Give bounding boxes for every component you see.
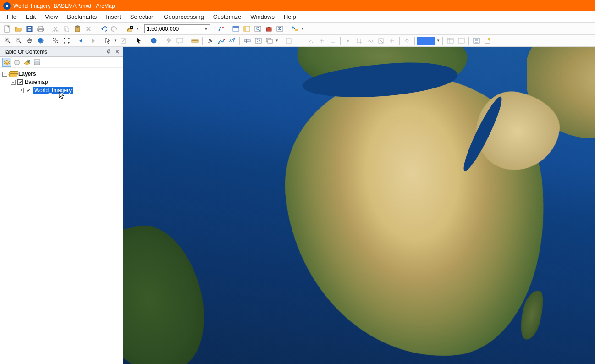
collapse-toggle-icon[interactable]: −	[2, 72, 7, 77]
model-builder-dropdown[interactable]: ▼	[301, 27, 304, 31]
add-data-dropdown[interactable]: ▼	[136, 27, 139, 31]
find-route-icon[interactable]	[216, 36, 226, 46]
viewer-dropdown[interactable]: ▼	[275, 39, 279, 43]
create-features-icon[interactable]	[471, 36, 481, 46]
select-elements-icon[interactable]	[133, 36, 143, 46]
hyperlink-icon[interactable]	[164, 36, 174, 46]
add-data-icon[interactable]	[125, 24, 135, 34]
go-to-xy-icon[interactable]: XY	[227, 36, 237, 46]
layer-visibility-checkbox[interactable]: ✔	[17, 79, 23, 85]
main-area: Table Of Contents	[0, 47, 595, 364]
paste-icon[interactable]	[72, 24, 83, 34]
pin-icon[interactable]	[105, 49, 112, 55]
layer-visibility-checkbox[interactable]: ✔	[26, 88, 31, 93]
cut-icon[interactable]	[50, 24, 61, 34]
toolbar-separator	[281, 37, 281, 45]
create-viewer-window-icon[interactable]	[253, 36, 263, 46]
copy-icon[interactable]	[61, 24, 72, 34]
editor-cut-polygons-icon[interactable]	[376, 36, 386, 46]
full-extent-icon[interactable]	[35, 36, 45, 46]
find-icon[interactable]	[205, 36, 215, 46]
catalog-window-icon[interactable]	[242, 24, 252, 34]
menu-selection[interactable]: Selection	[126, 12, 159, 22]
editor-right-angle-icon[interactable]	[328, 36, 338, 46]
toc-toolbar	[0, 57, 123, 68]
editor-arc-segment-icon[interactable]	[306, 36, 316, 46]
menu-windows[interactable]: Windows	[246, 12, 279, 22]
zoom-out-icon[interactable]	[13, 36, 23, 46]
tree-layer-label: World_Imagery	[33, 87, 73, 94]
pan-icon[interactable]	[24, 36, 34, 46]
editor-task-dropdown[interactable]: ▼	[436, 39, 440, 43]
toolbar-separator	[414, 37, 415, 45]
svg-rect-4	[39, 26, 43, 28]
editor-task-input[interactable]	[417, 37, 435, 45]
toolbar-separator	[74, 37, 74, 45]
app-icon	[3, 2, 11, 10]
svg-rect-49	[447, 38, 453, 43]
undo-icon[interactable]	[99, 24, 109, 34]
time-slider-icon[interactable]	[242, 36, 252, 46]
measure-icon[interactable]	[190, 36, 200, 46]
editor-edit-tool-icon[interactable]	[284, 36, 294, 46]
list-by-visibility-icon[interactable]	[22, 58, 32, 67]
print-icon[interactable]	[35, 24, 45, 34]
svg-rect-37	[244, 40, 250, 42]
menu-customize[interactable]: Customize	[209, 12, 246, 22]
model-builder-icon[interactable]	[290, 24, 300, 34]
forward-extent-icon[interactable]	[88, 36, 98, 46]
list-by-selection-icon[interactable]	[33, 58, 42, 67]
table-of-contents-icon[interactable]	[231, 24, 241, 34]
python-window-icon[interactable]	[275, 24, 285, 34]
toolbar-separator	[399, 37, 400, 45]
collapse-toggle-icon[interactable]: −	[11, 80, 16, 85]
tree-group-row[interactable]: − ✔ Basemap	[2, 78, 121, 86]
select-features-icon[interactable]	[103, 36, 113, 46]
expand-toggle-icon[interactable]: +	[19, 88, 24, 93]
viewer-window-icon[interactable]	[264, 36, 274, 46]
editor-rotate-icon[interactable]	[402, 36, 412, 46]
map-scale-input[interactable]: 1:50,000,000 ▼	[144, 24, 210, 33]
menu-geoprocessing[interactable]: Geoprocessing	[159, 12, 208, 22]
html-popup-icon[interactable]	[175, 36, 185, 46]
list-by-source-icon[interactable]	[12, 58, 22, 67]
menu-file[interactable]: File	[2, 12, 21, 22]
menu-bookmarks[interactable]: Bookmarks	[62, 12, 101, 22]
editor-target-icon[interactable]	[482, 36, 492, 46]
close-icon[interactable]	[114, 49, 120, 55]
new-document-icon[interactable]	[2, 24, 12, 34]
redo-icon[interactable]	[110, 24, 120, 34]
menu-insert[interactable]: Insert	[101, 12, 126, 22]
dropdown-arrow-icon[interactable]: ▼	[204, 27, 208, 31]
map-view[interactable]	[123, 47, 595, 364]
fixed-zoom-in-icon[interactable]	[50, 36, 61, 46]
zoom-in-icon[interactable]	[2, 36, 12, 46]
menu-view[interactable]: View	[40, 12, 62, 22]
toc-tree[interactable]: − Layers − ✔ Basemap + ✔ World_Imagery	[0, 68, 123, 364]
list-by-drawing-order-icon[interactable]	[2, 58, 11, 67]
editor-point-icon[interactable]	[343, 36, 353, 46]
save-icon[interactable]	[24, 24, 34, 34]
arctoolbox-icon[interactable]	[264, 24, 274, 34]
select-features-dropdown[interactable]: ▼	[114, 39, 117, 43]
open-document-icon[interactable]	[13, 24, 23, 34]
editor-toolbar-icon[interactable]	[215, 24, 226, 34]
toolbar-separator	[146, 37, 146, 45]
editor-edit-vertices-icon[interactable]	[354, 36, 364, 46]
menu-edit[interactable]: Edit	[21, 12, 40, 22]
menu-help[interactable]: Help	[279, 12, 301, 22]
back-extent-icon[interactable]	[77, 36, 87, 46]
clear-selection-icon[interactable]	[118, 36, 128, 46]
editor-sketch-properties-icon[interactable]	[456, 36, 466, 46]
tree-root-row[interactable]: − Layers	[2, 70, 121, 78]
search-window-icon[interactable]	[253, 24, 263, 34]
tree-layer-row[interactable]: + ✔ World_Imagery	[2, 86, 121, 94]
delete-icon[interactable]	[83, 24, 94, 34]
identify-icon[interactable]: i	[149, 36, 159, 46]
editor-reshape-icon[interactable]	[365, 36, 375, 46]
fixed-zoom-out-icon[interactable]	[61, 36, 72, 46]
editor-straight-segment-icon[interactable]	[295, 36, 305, 46]
editor-split-icon[interactable]	[387, 36, 397, 46]
editor-attributes-icon[interactable]	[445, 36, 455, 46]
editor-trace-icon[interactable]	[317, 36, 327, 46]
